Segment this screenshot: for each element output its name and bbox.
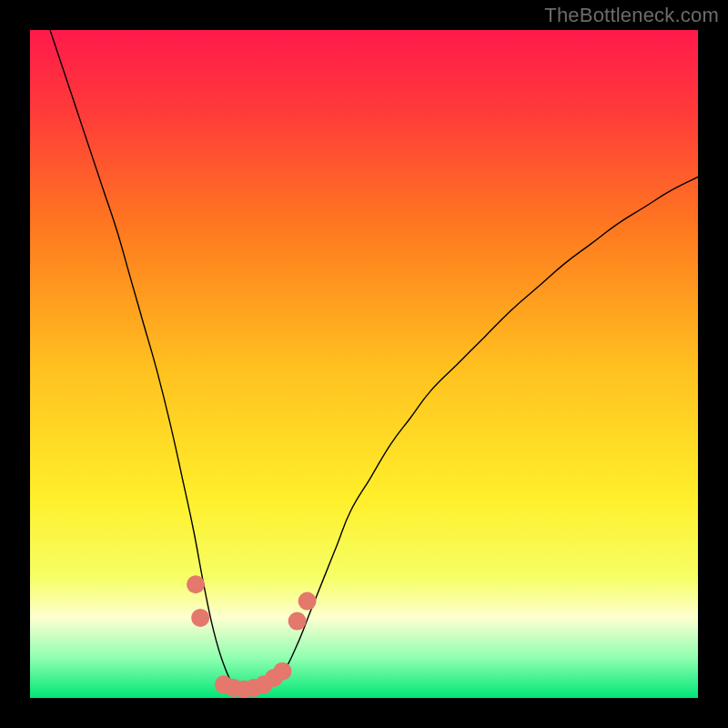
- chart-svg: [30, 30, 698, 698]
- watermark-text: TheBottleneck.com: [544, 4, 719, 27]
- plot-area: [30, 30, 698, 698]
- marker-dot: [288, 612, 307, 631]
- marker-dot: [187, 575, 205, 593]
- marker-dot: [191, 609, 209, 627]
- marker-dot: [298, 592, 317, 611]
- gradient-background: [30, 30, 698, 698]
- chart-frame: TheBottleneck.com: [0, 0, 728, 728]
- marker-dot: [273, 662, 291, 681]
